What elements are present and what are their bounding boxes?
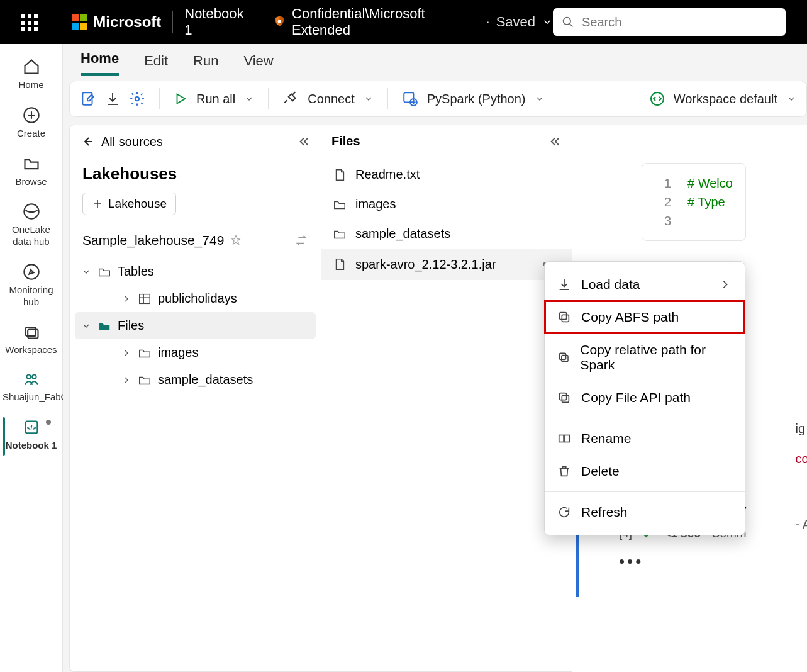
search-box[interactable] bbox=[553, 8, 786, 36]
language-gear-icon bbox=[402, 91, 418, 107]
explorer-panel: All sources Lakehouses Lakehouse Sample_… bbox=[69, 125, 321, 672]
rail-monitoring[interactable]: Monitoring hub bbox=[0, 258, 62, 316]
svg-rect-29 bbox=[559, 353, 565, 359]
ctx-copy-abfs[interactable]: Copy ABFS path bbox=[545, 301, 745, 333]
search-icon bbox=[562, 15, 574, 29]
run-all-button[interactable]: Run all bbox=[174, 92, 254, 106]
svg-point-0 bbox=[278, 20, 281, 23]
tab-view[interactable]: View bbox=[243, 53, 273, 76]
rail-browse[interactable]: Browse bbox=[0, 150, 62, 196]
svg-rect-28 bbox=[562, 356, 568, 362]
svg-rect-32 bbox=[559, 435, 564, 442]
svg-rect-27 bbox=[560, 313, 567, 320]
add-lakehouse-button[interactable]: Lakehouse bbox=[82, 193, 176, 215]
ctx-copy-relative[interactable]: Copy relative path for Spark bbox=[545, 333, 745, 381]
ribbon-tabs: Home Edit Run View bbox=[63, 44, 807, 76]
app-launcher-icon[interactable] bbox=[21, 14, 36, 30]
truncated-code: ig co - A bbox=[796, 413, 807, 539]
download-icon[interactable] bbox=[105, 91, 120, 106]
lakehouse-tree: Tables publicholidays Files bbox=[70, 254, 321, 397]
microsoft-logo-icon bbox=[72, 14, 87, 30]
plus-circle-icon bbox=[23, 106, 40, 124]
ellipsis-icon[interactable]: ••• bbox=[619, 552, 643, 571]
ctx-delete[interactable]: Delete bbox=[545, 455, 745, 488]
all-sources-link[interactable]: All sources bbox=[101, 135, 163, 149]
tree-tables[interactable]: Tables bbox=[75, 258, 316, 285]
svg-rect-30 bbox=[562, 395, 569, 402]
edit-note-icon[interactable] bbox=[80, 91, 96, 107]
tab-edit[interactable]: Edit bbox=[144, 53, 168, 76]
rail-workspace-user[interactable]: Shuaijun_FabCon bbox=[0, 366, 62, 411]
chevron-down-icon bbox=[786, 94, 796, 104]
connect-button[interactable]: Connect bbox=[282, 91, 374, 107]
separator bbox=[262, 11, 262, 33]
search-input[interactable] bbox=[582, 15, 777, 30]
code-cell-1[interactable]: 1# Welco 2# Type 3 bbox=[642, 163, 746, 241]
chevron-down-icon bbox=[81, 321, 91, 331]
folder-icon bbox=[333, 227, 347, 241]
copy-icon bbox=[557, 310, 571, 324]
tab-run[interactable]: Run bbox=[193, 53, 218, 76]
ctx-copy-fileapi[interactable]: Copy File API path bbox=[545, 381, 745, 414]
rail-onelake[interactable]: OneLake data hub bbox=[0, 198, 62, 255]
folder-icon bbox=[333, 198, 347, 211]
rail-create[interactable]: Create bbox=[0, 101, 62, 147]
rename-icon bbox=[557, 432, 571, 445]
file-row[interactable]: images bbox=[321, 189, 572, 219]
folder-icon bbox=[23, 155, 40, 172]
svg-point-7 bbox=[24, 264, 38, 279]
folder-icon bbox=[97, 265, 111, 279]
svg-point-1 bbox=[564, 18, 571, 25]
tree-files[interactable]: Files bbox=[75, 312, 316, 339]
ctx-refresh[interactable]: Refresh bbox=[545, 496, 745, 529]
language-select[interactable]: PySpark (Python) bbox=[402, 91, 545, 107]
shield-icon bbox=[274, 15, 286, 29]
swap-icon[interactable] bbox=[294, 233, 308, 247]
svg-marker-16 bbox=[177, 94, 186, 104]
left-rail: Home Create Browse OneLake data hub Moni… bbox=[0, 44, 63, 672]
tab-home[interactable]: Home bbox=[81, 50, 119, 76]
rail-notebook-active[interactable]: </> Notebook 1 bbox=[0, 413, 62, 459]
file-row[interactable]: sample_datasets bbox=[321, 219, 572, 249]
tree-folder-images[interactable]: images bbox=[75, 339, 316, 366]
svg-point-6 bbox=[24, 204, 38, 219]
ctx-load-data[interactable]: Load data bbox=[545, 268, 745, 301]
topbar: Microsoft Notebook 1 Confidential\Micros… bbox=[0, 0, 807, 44]
rail-home[interactable]: Home bbox=[0, 53, 62, 99]
unsaved-dot-icon bbox=[46, 420, 51, 425]
plug-icon bbox=[282, 91, 299, 107]
copy-icon bbox=[557, 350, 570, 364]
environment-select[interactable]: Workspace default bbox=[650, 91, 796, 106]
tree-table-item[interactable]: publicholidays bbox=[75, 285, 316, 312]
collapse-icon[interactable] bbox=[548, 135, 562, 148]
notebook-icon: </> bbox=[23, 418, 40, 436]
file-row[interactable]: Readme.txt bbox=[321, 160, 572, 189]
save-status[interactable]: · Saved bbox=[486, 14, 554, 30]
toolbar: Run all Connect PySpark (Python) Workspa… bbox=[69, 81, 807, 117]
file-row-active[interactable]: spark-avro_2.12-3.2.1.jar ••• bbox=[321, 249, 572, 280]
tree-folder-datasets[interactable]: sample_datasets bbox=[75, 366, 316, 393]
file-icon bbox=[333, 168, 347, 182]
compass-icon bbox=[23, 263, 40, 281]
refresh-icon bbox=[557, 505, 571, 519]
lakehouse-row[interactable]: Sample_lakehouse_749 bbox=[70, 227, 321, 254]
collapse-icon[interactable] bbox=[297, 135, 311, 148]
chevron-right-icon bbox=[121, 375, 131, 385]
gear-icon[interactable] bbox=[129, 91, 145, 107]
rail-workspaces[interactable]: Workspaces bbox=[0, 318, 62, 364]
chevron-down-icon bbox=[364, 94, 374, 104]
back-icon[interactable] bbox=[80, 134, 95, 149]
chevron-right-icon bbox=[121, 348, 131, 358]
pin-icon[interactable] bbox=[230, 235, 242, 246]
sensitivity-label[interactable]: Confidential\Microsoft Extended bbox=[292, 6, 474, 38]
brand-label: Microsoft bbox=[93, 13, 161, 31]
svg-rect-17 bbox=[404, 92, 413, 102]
files-title: Files bbox=[331, 134, 548, 148]
chevron-down-icon bbox=[535, 94, 545, 104]
svg-point-10 bbox=[26, 374, 31, 379]
ctx-rename[interactable]: Rename bbox=[545, 422, 745, 455]
notebook-name[interactable]: Notebook 1 bbox=[184, 6, 250, 38]
svg-rect-22 bbox=[140, 294, 150, 303]
svg-rect-31 bbox=[560, 393, 567, 400]
chevron-down-icon bbox=[244, 94, 254, 104]
